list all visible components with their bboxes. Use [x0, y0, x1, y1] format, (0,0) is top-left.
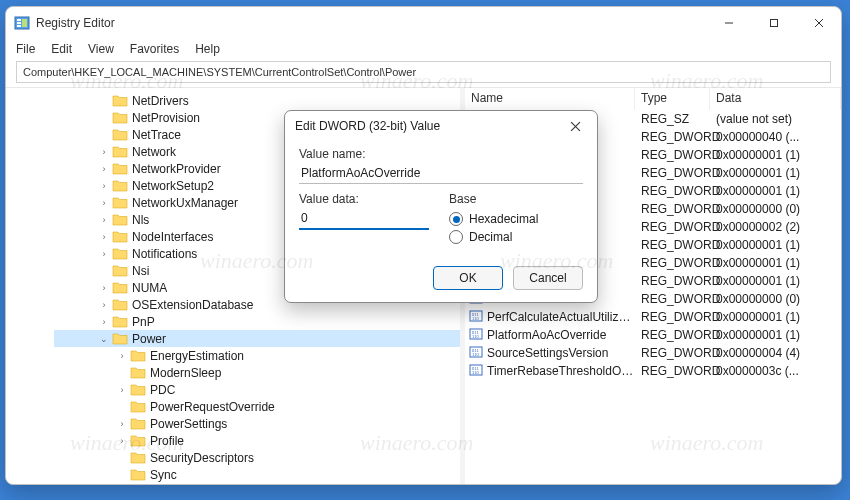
value-data: 0x00000001 (1): [710, 184, 841, 198]
dialog-title: Edit DWORD (32-bit) Value: [295, 119, 563, 133]
tree-item[interactable]: ›Profile: [54, 432, 460, 449]
titlebar: Registry Editor: [6, 7, 841, 39]
header-name[interactable]: Name: [465, 88, 635, 110]
menu-view[interactable]: View: [88, 42, 114, 56]
tree-item[interactable]: ›PDC: [54, 381, 460, 398]
list-row[interactable]: 011110SourceSettingsVersionREG_DWORD0x00…: [465, 344, 841, 362]
list-row[interactable]: 011110TimerRebaseThresholdOnDr...REG_DWO…: [465, 362, 841, 380]
value-data: 0x00000001 (1): [710, 310, 841, 324]
expand-icon[interactable]: ›: [98, 215, 110, 225]
tree-item[interactable]: ⌄Power: [54, 330, 460, 347]
svg-text:110: 110: [472, 316, 479, 321]
dec-label: Decimal: [469, 230, 512, 244]
expand-icon[interactable]: ›: [98, 181, 110, 191]
expand-icon[interactable]: ⌄: [98, 334, 110, 344]
tree-item[interactable]: NetDrivers: [54, 92, 460, 109]
value-name: SourceSettingsVersion: [487, 346, 608, 360]
value-name-label: Value name:: [299, 147, 583, 161]
expand-icon[interactable]: ›: [98, 300, 110, 310]
tree-item[interactable]: SecurityDescriptors: [54, 449, 460, 466]
value-data: 0x00000040 (...: [710, 130, 841, 144]
value-data: 0x00000004 (4): [710, 346, 841, 360]
value-data: 0x00000001 (1): [710, 274, 841, 288]
tree-label: EnergyEstimation: [150, 349, 244, 363]
value-type: REG_DWORD: [635, 130, 710, 144]
dialog-close-button[interactable]: [563, 114, 587, 138]
tree-label: NodeInterfaces: [132, 230, 213, 244]
value-data-input[interactable]: [299, 208, 429, 230]
menu-help[interactable]: Help: [195, 42, 220, 56]
tree-item[interactable]: ›EnergyEstimation: [54, 347, 460, 364]
list-header: Name Type Data: [465, 88, 841, 110]
tree-item[interactable]: ModernSleep: [54, 364, 460, 381]
tree-label: NetworkUxManager: [132, 196, 238, 210]
ok-button[interactable]: OK: [433, 266, 503, 290]
expand-icon[interactable]: ›: [98, 198, 110, 208]
tree-item[interactable]: ›PnP: [54, 313, 460, 330]
hex-label: Hexadecimal: [469, 212, 538, 226]
tree-label: Notifications: [132, 247, 197, 261]
svg-rect-1: [17, 19, 21, 21]
maximize-button[interactable]: [751, 7, 796, 39]
radio-decimal[interactable]: Decimal: [449, 230, 583, 244]
header-data[interactable]: Data: [710, 88, 841, 110]
value-name-input[interactable]: [299, 163, 583, 184]
expand-icon[interactable]: ›: [98, 283, 110, 293]
regedit-icon: [14, 15, 30, 31]
list-row[interactable]: 011110PerfCalculateActualUtilizationREG_…: [465, 308, 841, 326]
cancel-button[interactable]: Cancel: [513, 266, 583, 290]
minimize-button[interactable]: [706, 7, 751, 39]
value-data: 0x00000001 (1): [710, 238, 841, 252]
list-row[interactable]: 011110PlatformAoAcOverrideREG_DWORD0x000…: [465, 326, 841, 344]
value-type: REG_DWORD: [635, 220, 710, 234]
tree-label: NUMA: [132, 281, 167, 295]
value-data: 0x00000000 (0): [710, 202, 841, 216]
menu-file[interactable]: File: [16, 42, 35, 56]
tree-label: Nsi: [132, 264, 149, 278]
header-type[interactable]: Type: [635, 88, 710, 110]
expand-icon[interactable]: ›: [116, 419, 128, 429]
expand-icon[interactable]: ›: [116, 351, 128, 361]
tree-label: PowerRequestOverride: [150, 400, 275, 414]
expand-icon[interactable]: ›: [116, 385, 128, 395]
svg-rect-2: [17, 22, 21, 24]
value-type: REG_DWORD: [635, 274, 710, 288]
tree-label: PnP: [132, 315, 155, 329]
tree-label: OSExtensionDatabase: [132, 298, 253, 312]
address-text: Computer\HKEY_LOCAL_MACHINE\SYSTEM\Curre…: [23, 66, 416, 78]
value-type: REG_DWORD: [635, 310, 710, 324]
tree-label: Network: [132, 145, 176, 159]
value-type: REG_DWORD: [635, 148, 710, 162]
menubar: File Edit View Favorites Help: [6, 39, 841, 59]
value-icon: 011110: [469, 309, 487, 326]
tree-label: NetworkProvider: [132, 162, 221, 176]
radio-hexadecimal[interactable]: Hexadecimal: [449, 212, 583, 226]
edit-dword-dialog: Edit DWORD (32-bit) Value Value name: Va…: [284, 110, 598, 303]
value-type: REG_DWORD: [635, 184, 710, 198]
tree-label: PowerSettings: [150, 417, 227, 431]
expand-icon[interactable]: ›: [98, 232, 110, 242]
tree-label: Power: [132, 332, 166, 346]
expand-icon[interactable]: ›: [98, 147, 110, 157]
tree-item[interactable]: ›PowerSettings: [54, 415, 460, 432]
expand-icon[interactable]: ›: [98, 249, 110, 259]
tree-item[interactable]: PowerRequestOverride: [54, 398, 460, 415]
address-bar[interactable]: Computer\HKEY_LOCAL_MACHINE\SYSTEM\Curre…: [16, 61, 831, 83]
value-data-label: Value data:: [299, 192, 429, 206]
tree-label: Nls: [132, 213, 149, 227]
value-type: REG_DWORD: [635, 166, 710, 180]
menu-favorites[interactable]: Favorites: [130, 42, 179, 56]
tree-item[interactable]: ›User: [54, 483, 460, 484]
radio-icon: [449, 212, 463, 226]
value-data: (value not set): [710, 112, 841, 126]
menu-edit[interactable]: Edit: [51, 42, 72, 56]
close-button[interactable]: [796, 7, 841, 39]
expand-icon[interactable]: ›: [98, 317, 110, 327]
tree-item[interactable]: Sync: [54, 466, 460, 483]
value-type: REG_DWORD: [635, 202, 710, 216]
expand-icon[interactable]: ›: [116, 436, 128, 446]
dialog-titlebar: Edit DWORD (32-bit) Value: [285, 111, 597, 141]
tree-label: NetDrivers: [132, 94, 189, 108]
expand-icon[interactable]: ›: [98, 164, 110, 174]
tree-label: NetTrace: [132, 128, 181, 142]
